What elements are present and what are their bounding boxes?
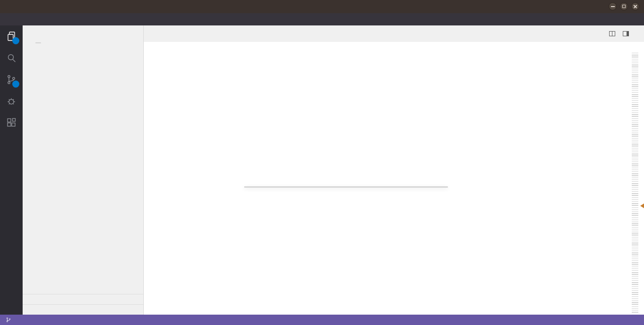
menu-bar — [0, 13, 644, 25]
file-tree — [23, 58, 143, 294]
window-controls — [609, 2, 639, 10]
activity-bar — [0, 25, 23, 315]
tab-bar — [144, 25, 644, 42]
minimize-button[interactable] — [609, 2, 617, 10]
extensions-icon — [6, 117, 17, 129]
cursor-overview-marker — [640, 203, 644, 208]
git-branch-indicator[interactable] — [3, 315, 16, 325]
vscode-window — [0, 0, 644, 325]
status-bar — [0, 315, 644, 325]
sync-button[interactable] — [16, 315, 22, 325]
activity-extensions[interactable] — [0, 112, 23, 134]
activity-explorer[interactable] — [0, 25, 23, 47]
git-branch-icon — [6, 317, 11, 323]
editor[interactable] — [144, 51, 644, 315]
folder-section-header[interactable] — [23, 48, 143, 58]
open-editors-header[interactable] — [23, 38, 143, 48]
sidebar-title — [23, 25, 143, 38]
explorer-sidebar — [23, 25, 144, 315]
settings-gear-icon[interactable] — [0, 290, 23, 312]
explorer-badge — [12, 37, 19, 44]
problems-indicator[interactable] — [22, 315, 33, 325]
minimize-icon — [611, 6, 615, 7]
minimap[interactable] — [632, 53, 641, 313]
scm-badge — [12, 81, 19, 88]
activity-debug[interactable] — [0, 90, 23, 112]
breadcrumb — [144, 42, 644, 51]
close-button[interactable] — [631, 2, 639, 10]
debug-icon — [6, 96, 17, 107]
outline-header[interactable] — [23, 294, 143, 304]
status-left — [0, 315, 33, 325]
search-icon — [6, 52, 17, 64]
activity-search[interactable] — [0, 47, 23, 69]
title-bar — [0, 0, 644, 13]
npm-scripts-header[interactable] — [23, 304, 143, 315]
maximize-button[interactable] — [620, 2, 628, 10]
split-editor-icon[interactable] — [609, 31, 615, 36]
toggle-layout-icon[interactable] — [623, 31, 629, 36]
autocomplete-popup — [244, 187, 448, 187]
maximize-icon — [622, 5, 626, 8]
activity-source-control[interactable] — [0, 69, 23, 90]
unsaved-count-badge — [35, 42, 41, 43]
editor-actions — [609, 25, 644, 42]
